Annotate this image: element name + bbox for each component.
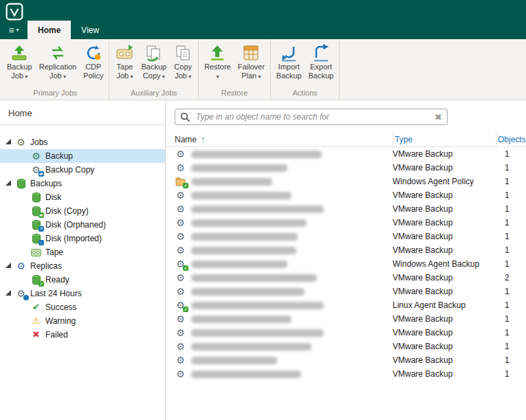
sidebar-item-tape[interactable]: Tape bbox=[0, 245, 165, 259]
redacted-text-blur bbox=[191, 302, 324, 309]
redacted-text-blur bbox=[191, 219, 307, 227]
expand-arrow-icon[interactable] bbox=[6, 263, 11, 268]
disk-icon bbox=[30, 192, 45, 203]
main-menu-button[interactable]: ≡ ▾ bbox=[0, 21, 28, 39]
table-row[interactable]: ⚙VMware Backup1 bbox=[166, 188, 526, 202]
backups-disk-icon bbox=[15, 178, 30, 189]
job-objects-count: 1 bbox=[496, 287, 526, 296]
column-header-objects[interactable]: Objects bbox=[496, 132, 526, 147]
failed-icon: ✖ bbox=[30, 329, 45, 340]
job-name-redacted bbox=[191, 178, 393, 186]
tab-view[interactable]: View bbox=[71, 21, 109, 39]
backup-copy-gear-icon: ⚙⇄ bbox=[30, 164, 45, 175]
job-objects-count: 1 bbox=[496, 177, 526, 186]
job-name-redacted bbox=[191, 288, 393, 296]
ribbon-button-failover-plan[interactable]: FailoverPlan ▾ bbox=[235, 41, 267, 82]
tape-job-icon bbox=[116, 43, 133, 63]
table-row[interactable]: ⚙VMware Backup1 bbox=[166, 285, 526, 298]
redacted-text-blur bbox=[191, 371, 301, 378]
dropdown-caret-icon: ▾ bbox=[23, 74, 28, 80]
job-objects-count: 1 bbox=[496, 149, 526, 159]
sidebar-item-backups[interactable]: Backups bbox=[0, 177, 165, 190]
sidebar-item-warning[interactable]: ⚠Warning bbox=[0, 314, 165, 328]
sidebar-item-disk[interactable]: Disk bbox=[0, 190, 165, 204]
ribbon-group-label: Restore bbox=[199, 89, 270, 100]
tab-home[interactable]: Home bbox=[28, 21, 71, 39]
ribbon-button-restore[interactable]: Restore▾ bbox=[201, 41, 234, 82]
table-row[interactable]: ⚙VMware Backup1 bbox=[166, 202, 526, 216]
ribbon-button-backup-copy[interactable]: BackupCopy ▾ bbox=[138, 41, 169, 82]
gear-icon: ⚙ bbox=[175, 286, 191, 297]
sidebar-item-success[interactable]: ✔Success bbox=[0, 300, 165, 314]
job-objects-count: 1 bbox=[496, 245, 526, 255]
job-name-redacted bbox=[191, 371, 393, 378]
gear-icon: ⚙ bbox=[175, 245, 191, 256]
table-row[interactable]: ⚙✓Windows Agent Backup1 bbox=[166, 257, 526, 271]
restore-icon bbox=[208, 43, 226, 63]
expand-arrow-icon[interactable] bbox=[6, 139, 11, 144]
sidebar-item-replicas[interactable]: ⚙Replicas bbox=[0, 259, 165, 273]
app-logo-icon bbox=[6, 3, 23, 21]
table-row[interactable]: ⚙VMware Backup1 bbox=[166, 216, 526, 230]
search-input[interactable] bbox=[195, 111, 430, 122]
column-header-name[interactable]: Name ↑ bbox=[175, 135, 393, 144]
table-row[interactable]: ⚙✓Linux Agent Backup1 bbox=[166, 298, 526, 312]
backup-gear-icon: ⚙ bbox=[30, 151, 45, 162]
expand-arrow-icon[interactable] bbox=[6, 180, 11, 186]
job-name-redacted bbox=[191, 261, 393, 268]
job-objects-count: 1 bbox=[496, 355, 526, 365]
job-name-redacted bbox=[191, 316, 393, 323]
ribbon-button-import-backup[interactable]: ImportBackup bbox=[274, 41, 305, 82]
sidebar-item-disk-imported[interactable]: ↓Disk (Imported) bbox=[0, 232, 165, 245]
sidebar-item-failed[interactable]: ✖Failed bbox=[0, 328, 165, 342]
clear-search-icon[interactable]: ✖ bbox=[435, 113, 442, 122]
redacted-text-blur bbox=[191, 206, 324, 213]
job-type: VMware Backup bbox=[393, 163, 496, 173]
table-row[interactable]: ⚙VMware Backup1 bbox=[166, 243, 526, 257]
sort-ascending-icon: ↑ bbox=[201, 135, 205, 144]
sidebar-item-disk-copy[interactable]: ⇄Disk (Copy) bbox=[0, 204, 165, 218]
export-backup-icon bbox=[312, 43, 330, 63]
table-row[interactable]: ⚙VMware Backup1 bbox=[166, 340, 526, 353]
sidebar-item-disk-orphaned[interactable]: ?Disk (Orphaned) bbox=[0, 218, 165, 232]
job-type: Linux Agent Backup bbox=[393, 300, 496, 310]
job-name-redacted bbox=[191, 192, 393, 199]
table-row[interactable]: ⚙VMware Backup1 bbox=[166, 326, 526, 340]
ribbon-button-backup-job[interactable]: BackupJob ▾ bbox=[4, 41, 35, 82]
sidebar-item-backup-copy[interactable]: ⚙⇄Backup Copy bbox=[0, 163, 165, 177]
table-row[interactable]: ⚙VMware Backup2 bbox=[166, 271, 526, 285]
search-box[interactable]: ✖ bbox=[175, 109, 448, 125]
sidebar-item-jobs[interactable]: ⚙Jobs bbox=[0, 135, 165, 149]
expand-arrow-icon[interactable] bbox=[6, 290, 11, 296]
table-row[interactable]: ⚙VMware Backup1 bbox=[166, 367, 526, 381]
table-row[interactable]: ⚙VMware Backup1 bbox=[166, 161, 526, 175]
ribbon-button-copy-job[interactable]: CopyJob ▾ bbox=[171, 41, 195, 82]
job-type: VMware Backup bbox=[393, 328, 496, 338]
table-row[interactable]: ⚙VMware Backup1 bbox=[166, 312, 526, 326]
table-row[interactable]: ⚙VMware Backup1 bbox=[166, 353, 526, 367]
redacted-text-blur bbox=[191, 343, 311, 351]
tree-item-label: Warning bbox=[45, 316, 76, 326]
gear-icon: ⚙ bbox=[175, 272, 191, 283]
backup-copy-icon bbox=[145, 43, 163, 63]
disk-copy-icon: ⇄ bbox=[30, 206, 45, 217]
gear-icon: ⚙ bbox=[175, 313, 191, 324]
table-row[interactable]: ⚙VMware Backup1 bbox=[166, 147, 526, 161]
job-name-redacted bbox=[191, 164, 393, 172]
ribbon-button-tape-job[interactable]: TapeJob ▾ bbox=[112, 41, 137, 82]
sidebar-item-last-24-hours[interactable]: ⚙Last 24 Hours bbox=[0, 287, 165, 300]
gear-icon: ⚙ bbox=[175, 203, 191, 214]
tree-item-label: Success bbox=[45, 302, 76, 312]
agent-gear-icon: ⚙✓ bbox=[175, 258, 191, 269]
sidebar-item-ready[interactable]: ✓Ready bbox=[0, 273, 165, 287]
table-row[interactable]: ✓Windows Agent Policy1 bbox=[166, 175, 526, 188]
job-objects-count: 1 bbox=[496, 163, 526, 173]
table-row[interactable]: ⚙VMware Backup1 bbox=[166, 230, 526, 243]
ribbon-button-replication-job[interactable]: ReplicationJob ▾ bbox=[36, 41, 79, 82]
ribbon-button-export-backup[interactable]: ExportBackup bbox=[306, 41, 337, 82]
ribbon-button-cdp-policy[interactable]: CDPPolicy bbox=[80, 41, 106, 82]
application-window: ≡ ▾ Home View BackupJob ▾ReplicationJob … bbox=[0, 0, 526, 420]
ribbon-tabs: ≡ ▾ Home View bbox=[0, 21, 109, 39]
column-header-type[interactable]: Type bbox=[393, 132, 496, 147]
sidebar-item-backup[interactable]: ⚙Backup bbox=[0, 149, 165, 163]
